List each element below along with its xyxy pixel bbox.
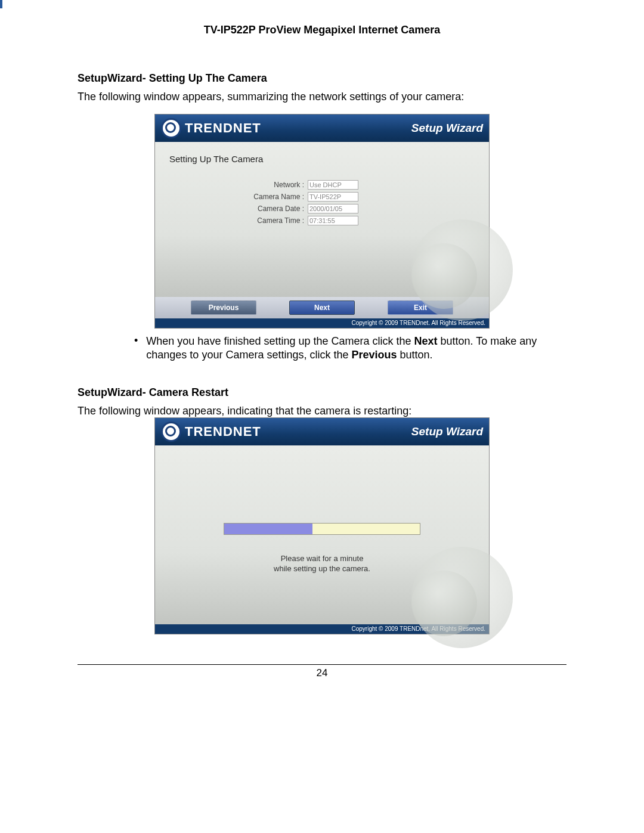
camera-time-input[interactable] (308, 216, 358, 225)
section-b-heading: SetupWizard- Camera Restart (78, 386, 566, 399)
progress-line1: Please wait for a minute (281, 554, 364, 563)
trendnet-logo-icon (161, 118, 181, 138)
wizard1-body: Setting Up The Camera Network : Camera N… (155, 142, 489, 297)
camera-name-label: Camera Name : (247, 193, 308, 201)
wizard2-body: Please wait for a minute while setting u… (155, 445, 489, 624)
bullet-a-t3: button. (397, 349, 433, 361)
wizard-title: Setup Wizard (411, 425, 483, 438)
camera-date-label: Camera Date : (247, 205, 308, 213)
window-edge-mark (0, 0, 2, 8)
camera-name-input[interactable] (308, 192, 358, 202)
bullet-a-bold1: Next (414, 335, 438, 347)
brand-text: TRENDNET (185, 120, 261, 136)
progress-text: Please wait for a minute while setting u… (224, 554, 420, 574)
brand-text: TRENDNET (185, 424, 261, 439)
wizard1-copyright: Copyright © 2009 TRENDnet. All Rights Re… (155, 318, 489, 328)
wizard-title: Setup Wizard (411, 122, 483, 135)
previous-button[interactable]: Previous (191, 301, 256, 315)
footer-divider (78, 664, 566, 665)
page-number: 24 (78, 667, 566, 679)
wizard1-panel-title: Setting Up The Camera (169, 154, 263, 164)
network-label: Network : (247, 181, 308, 189)
camera-time-label: Camera Time : (247, 216, 308, 225)
section-a-heading: SetupWizard- Setting Up The Camera (78, 72, 566, 85)
next-button[interactable]: Next (289, 301, 355, 315)
camera-date-input[interactable] (308, 204, 358, 213)
brand-block: TRENDNET (161, 422, 261, 442)
section-a-intro: The following window appears, summarizin… (78, 91, 566, 103)
wizard2-window: TRENDNET Setup Wizard Please wait for a … (154, 417, 490, 634)
progress-fill (224, 524, 312, 534)
background-circle-small (411, 571, 477, 636)
bullet-a-t1: When you have finished setting up the Ca… (146, 335, 414, 347)
bullet-a-text: When you have finished setting up the Ca… (146, 335, 555, 363)
wizard1-header: TRENDNET Setup Wizard (155, 114, 489, 142)
wizard1-window: TRENDNET Setup Wizard Setting Up The Cam… (154, 114, 490, 329)
brand-block: TRENDNET (161, 118, 261, 138)
network-input[interactable] (308, 180, 358, 190)
wizard2-header: TRENDNET Setup Wizard (155, 418, 489, 445)
bullet-a-bold2: Previous (351, 349, 397, 361)
background-circle-small (411, 243, 477, 309)
bullet-icon: • (134, 335, 138, 363)
trendnet-logo-icon (161, 422, 181, 442)
document-title: TV-IP522P ProView Megapixel Internet Cam… (78, 24, 566, 36)
section-b-intro: The following window appears, indicating… (78, 405, 566, 417)
progress-bar (224, 523, 420, 535)
progress-line2: while setting up the camera. (274, 564, 370, 573)
